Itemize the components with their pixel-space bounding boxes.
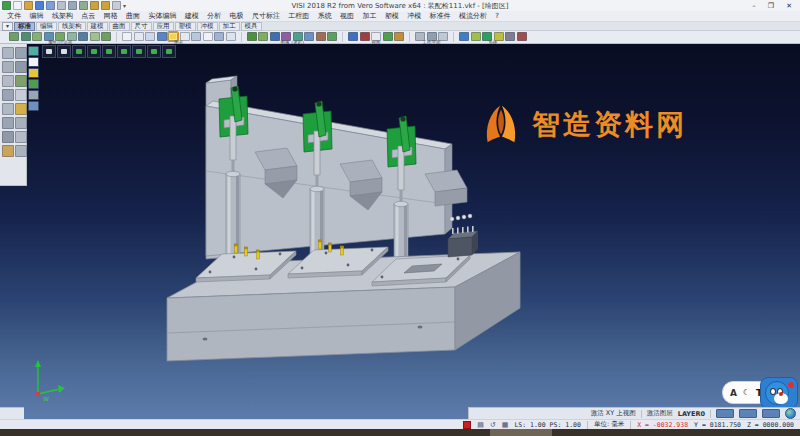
quick-access-dropdown-icon[interactable]: ▾ <box>123 2 126 9</box>
highlight-icon[interactable] <box>15 103 27 115</box>
menu-item-1[interactable]: 文件 <box>3 11 25 21</box>
menu-item-17[interactable]: 冲模 <box>403 11 425 21</box>
menu-item-12[interactable]: 工程图 <box>284 11 313 21</box>
input-method-widget[interactable]: A ☾ T <box>720 376 796 410</box>
tool-6-2-icon[interactable] <box>471 32 481 41</box>
menu-item-5[interactable]: 网格 <box>100 11 122 21</box>
tool-3-8-icon[interactable] <box>327 32 337 41</box>
active-layer-value[interactable]: LAYER0 <box>678 410 705 418</box>
tool-4-4-icon[interactable] <box>383 32 393 41</box>
menu-item-11[interactable]: 尺寸标注 <box>248 11 284 21</box>
import-icon[interactable] <box>79 1 88 10</box>
new-file-icon[interactable] <box>13 1 22 10</box>
menu-item-2[interactable]: 编辑 <box>25 11 47 21</box>
isometric-view-icon[interactable] <box>42 45 56 58</box>
menu-item-19[interactable]: 模流分析 <box>455 11 491 21</box>
grid-icon[interactable] <box>15 131 27 143</box>
select-icon[interactable] <box>2 47 14 59</box>
dynamic-view-icon[interactable] <box>162 45 176 58</box>
ribbon-tab-11[interactable]: 模具 <box>241 22 262 31</box>
ribbon-tab-4[interactable]: 建模 <box>87 22 108 31</box>
active-mode-icon[interactable] <box>28 68 39 78</box>
ribbon-collapse-button[interactable]: ▾ <box>2 22 13 31</box>
tool-3-6-icon[interactable] <box>304 32 314 41</box>
ribbon-tab-1[interactable]: 标准 <box>14 22 35 31</box>
menu-item-6[interactable]: 曲面 <box>122 11 144 21</box>
app-logo-icon[interactable] <box>2 1 11 10</box>
erase-icon[interactable] <box>15 47 27 59</box>
status-button-3[interactable] <box>762 409 780 418</box>
ghost-mode-icon[interactable] <box>28 90 39 100</box>
measure-icon[interactable] <box>2 89 14 101</box>
tool-4-2-icon[interactable] <box>360 32 370 41</box>
ribbon-tab-7[interactable]: 应用 <box>153 22 174 31</box>
status-button-1[interactable] <box>716 409 734 418</box>
tool-2-8-icon[interactable] <box>203 32 213 41</box>
tool-2-3-icon[interactable] <box>145 32 155 41</box>
back-view-icon[interactable] <box>132 45 146 58</box>
tool-6-5-icon[interactable] <box>505 32 515 41</box>
previous-view-icon[interactable] <box>57 45 71 58</box>
info-icon[interactable] <box>15 145 27 157</box>
tool-2-10-icon[interactable] <box>226 32 236 41</box>
tool-2-9-icon[interactable] <box>214 32 224 41</box>
bottom-view-icon[interactable] <box>147 45 161 58</box>
page-icon[interactable]: ▤ <box>477 421 484 429</box>
pan-icon[interactable] <box>15 61 27 73</box>
tool-2-2-icon[interactable] <box>134 32 144 41</box>
front-view-icon[interactable] <box>102 45 116 58</box>
tool-3-3-icon[interactable] <box>270 32 280 41</box>
ribbon-tab-10[interactable]: 加工 <box>219 22 240 31</box>
menu-item-8[interactable]: 建模 <box>181 11 203 21</box>
wireframe-icon[interactable] <box>2 117 14 129</box>
menu-item-9[interactable]: 分析 <box>203 11 225 21</box>
save-icon[interactable] <box>35 1 44 10</box>
menu-item-4[interactable]: 点云 <box>77 11 99 21</box>
ime-language-icon[interactable]: A <box>730 388 737 398</box>
globe-icon[interactable] <box>785 408 796 419</box>
tool-1-1-icon[interactable] <box>9 32 19 41</box>
solid-mode-icon[interactable] <box>28 79 39 89</box>
color-swatch-icon[interactable] <box>463 421 471 429</box>
tool-1-2-icon[interactable] <box>21 32 31 41</box>
menu-item-13[interactable]: 系统 <box>314 11 336 21</box>
print-icon[interactable] <box>57 1 66 10</box>
redo-icon[interactable] <box>101 1 110 10</box>
tool-1-7-icon[interactable] <box>78 32 88 41</box>
attributes-icon[interactable] <box>2 145 14 157</box>
undo-history-icon[interactable]: ↺ <box>490 421 496 429</box>
ime-fullwidth-icon[interactable]: ☾ <box>743 388 750 397</box>
3d-model-checking-fixture[interactable] <box>140 44 560 384</box>
section-mode-icon[interactable] <box>28 101 39 111</box>
tool-2-4-icon[interactable] <box>157 32 167 41</box>
menu-item-15[interactable]: 加工 <box>358 11 380 21</box>
snap-icon[interactable] <box>2 103 14 115</box>
grid-snap-icon[interactable]: ▦ <box>502 421 509 429</box>
tool-3-1-icon[interactable] <box>247 32 257 41</box>
tool-1-3-icon[interactable] <box>32 32 42 41</box>
ribbon-tab-3[interactable]: 线架构 <box>58 22 86 31</box>
layer-icon[interactable] <box>15 75 27 87</box>
zoom-fit-icon[interactable] <box>2 75 14 87</box>
redraw-icon[interactable] <box>2 131 14 143</box>
menu-item-20[interactable]: ? <box>491 12 503 20</box>
mask-icon[interactable] <box>15 89 27 101</box>
menu-item-18[interactable]: 标准件 <box>425 11 454 21</box>
zoom-window-icon[interactable] <box>2 61 14 73</box>
menu-item-16[interactable]: 塑模 <box>381 11 403 21</box>
open-file-icon[interactable] <box>24 1 33 10</box>
side-view-icon[interactable] <box>117 45 131 58</box>
close-button[interactable]: ✕ <box>786 2 792 10</box>
ribbon-tab-6[interactable]: 尺寸 <box>131 22 152 31</box>
tool-6-6-icon[interactable] <box>517 32 527 41</box>
undo-icon[interactable] <box>90 1 99 10</box>
blank-mode-icon[interactable] <box>28 57 39 67</box>
tool-4-5-icon[interactable] <box>394 32 404 41</box>
help-icon[interactable] <box>112 1 121 10</box>
preview-icon[interactable] <box>68 1 77 10</box>
status-button-2[interactable] <box>739 409 757 418</box>
tool-4-1-icon[interactable] <box>348 32 358 41</box>
rotate-view-icon[interactable] <box>72 45 86 58</box>
shade-icon[interactable] <box>15 117 27 129</box>
menu-item-10[interactable]: 电极 <box>225 11 247 21</box>
